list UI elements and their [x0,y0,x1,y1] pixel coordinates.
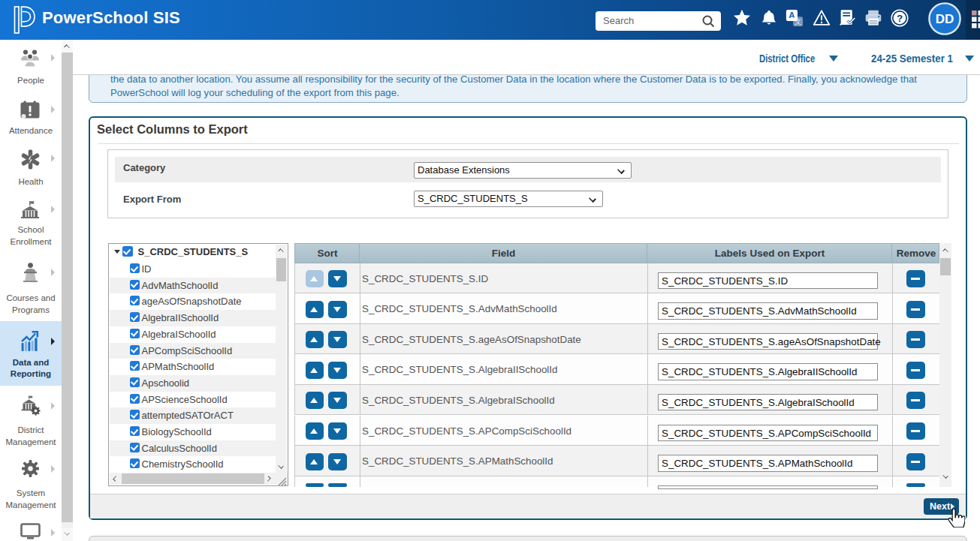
svg-text:?: ? [897,13,903,24]
svg-text:文: 文 [795,18,801,26]
svg-text:DD: DD [936,12,954,26]
